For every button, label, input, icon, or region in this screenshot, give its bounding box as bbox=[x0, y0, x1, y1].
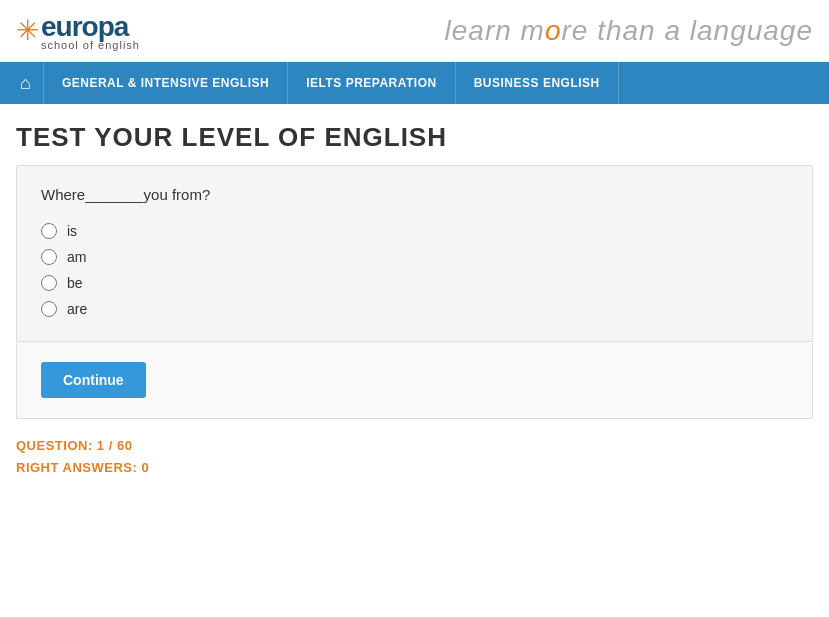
continue-section: Continue bbox=[16, 342, 813, 419]
stats-area: QUESTION: 1 / 60 RIGHT ANSWERS: 0 bbox=[0, 419, 829, 479]
logo-europa: europa bbox=[41, 11, 128, 42]
logo-text-block: europa school of english bbox=[41, 11, 140, 51]
header: ✳ europa school of english learn more th… bbox=[0, 0, 829, 62]
label-are[interactable]: are bbox=[67, 301, 87, 317]
options-list: is am be are bbox=[41, 223, 788, 317]
option-item-is: is bbox=[41, 223, 788, 239]
label-is[interactable]: is bbox=[67, 223, 77, 239]
label-am[interactable]: am bbox=[67, 249, 86, 265]
tagline: learn more than a language bbox=[445, 15, 813, 47]
logo-area: ✳ europa school of english bbox=[16, 11, 140, 51]
nav-item-business[interactable]: BUSINESS ENGLISH bbox=[456, 62, 619, 104]
option-item-am: am bbox=[41, 249, 788, 265]
label-be[interactable]: be bbox=[67, 275, 83, 291]
navbar: ⌂ GENERAL & INTENSIVE ENGLISH IELTS PREP… bbox=[0, 62, 829, 104]
nav-item-ielts[interactable]: IELTS PREPARATION bbox=[288, 62, 456, 104]
radio-be[interactable] bbox=[41, 275, 57, 291]
page-title: TEST YOUR LEVEL OF ENGLISH bbox=[0, 104, 829, 165]
radio-is[interactable] bbox=[41, 223, 57, 239]
logo-icon: ✳ bbox=[16, 17, 39, 45]
radio-am[interactable] bbox=[41, 249, 57, 265]
question-text: Where_______you from? bbox=[41, 186, 788, 203]
right-answers-stat: RIGHT ANSWERS: 0 bbox=[16, 457, 813, 479]
question-card: Where_______you from? is am be are bbox=[16, 165, 813, 342]
question-stat: QUESTION: 1 / 60 bbox=[16, 435, 813, 457]
option-item-be: be bbox=[41, 275, 788, 291]
logo-school: school of english bbox=[41, 39, 140, 51]
radio-are[interactable] bbox=[41, 301, 57, 317]
nav-item-general[interactable]: GENERAL & INTENSIVE ENGLISH bbox=[43, 62, 288, 104]
continue-button[interactable]: Continue bbox=[41, 362, 146, 398]
tagline-highlight: o bbox=[545, 15, 562, 46]
home-icon[interactable]: ⌂ bbox=[8, 73, 43, 94]
option-item-are: are bbox=[41, 301, 788, 317]
